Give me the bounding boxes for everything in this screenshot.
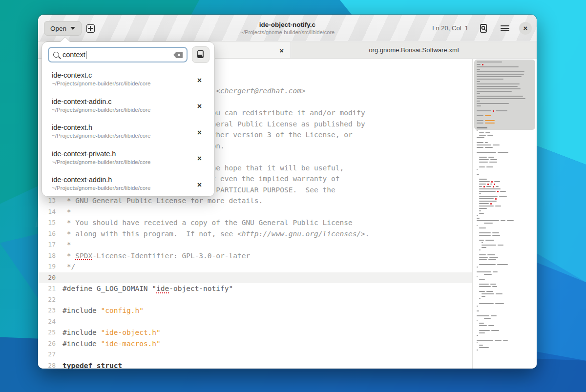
minimap-line: [479, 191, 496, 192]
minimap-line: [486, 166, 493, 167]
search-result-item[interactable]: ide-context-addin.c~/Projects/gnome-buil…: [42, 94, 214, 120]
window-title: ide-object-notify.c: [259, 21, 315, 28]
minimap-line: [484, 318, 491, 319]
code-line: 19 */: [38, 261, 472, 272]
new-tab-plus-icon: [86, 24, 95, 33]
minimap-line: [479, 198, 494, 199]
result-file-name: ide-context.c: [52, 71, 193, 79]
minimap-line: [479, 135, 486, 136]
result-remove-icon[interactable]: ×: [197, 103, 202, 110]
minimap-line: [477, 88, 521, 89]
code-line: 15 * You should have received a copy of …: [38, 217, 472, 228]
line-number: 16: [38, 228, 56, 240]
minimap-line: [477, 340, 493, 341]
minimap-line: [477, 127, 487, 128]
minimap-line: [477, 271, 491, 272]
minimap-line: [477, 144, 491, 145]
code-text: *: [56, 206, 71, 218]
hamburger-icon: [501, 25, 509, 31]
minimap-line: [477, 220, 499, 221]
result-file-path: ~/Projects/gnome-builder/src/libide/core: [52, 133, 193, 139]
line-number: 15: [38, 217, 56, 228]
minimap-line: [485, 120, 495, 121]
code-text: #include "config.h": [56, 305, 144, 316]
search-result-item[interactable]: ide-context-addin.h~/Projects/gnome-buil…: [42, 172, 214, 198]
code-text: [56, 349, 63, 360]
code-line: 18 * SPDX-License-Identifier: GPL-3.0-or…: [38, 250, 472, 262]
line-number: 28: [38, 360, 56, 369]
file-search-input[interactable]: context: [48, 47, 188, 62]
minimap-line: [479, 325, 487, 326]
minimap-line: [477, 137, 484, 138]
open-button[interactable]: Open: [44, 21, 82, 36]
backspace-icon: [173, 52, 183, 58]
tab-close-icon[interactable]: ×: [279, 46, 284, 54]
search-result-item[interactable]: ide-context.h~/Projects/gnome-builder/sr…: [42, 120, 214, 146]
minimap-line: [477, 130, 478, 131]
close-icon: ×: [523, 24, 528, 32]
search-icon: [53, 52, 59, 58]
minimap-line: [479, 303, 494, 304]
line-number: 18: [38, 250, 56, 262]
window-close-button[interactable]: ×: [519, 22, 532, 35]
minimap-line: [479, 186, 482, 187]
menu-button[interactable]: [498, 21, 512, 36]
minimap-line: [479, 232, 491, 233]
minimap-line: [479, 227, 486, 228]
code-text: [56, 316, 63, 328]
minimap-line: [497, 191, 499, 192]
code-text: #include "ide-macros.h": [56, 338, 161, 350]
document-search-button[interactable]: [476, 21, 491, 36]
code-text: * along with this program. If not, see <…: [56, 228, 370, 240]
result-remove-icon[interactable]: ×: [197, 155, 202, 163]
minimap-line: [491, 181, 493, 183]
minimap-line: [479, 208, 487, 209]
result-file-name: ide-context-addin.c: [52, 98, 193, 105]
search-result-item[interactable]: ide-context.c~/Projects/gnome-builder/sr…: [42, 67, 214, 94]
minimap-line: [477, 310, 479, 311]
minimap-line: [477, 350, 478, 351]
line-number: 25: [38, 327, 56, 338]
minimap-line: [479, 240, 484, 241]
line-number: 19: [38, 261, 56, 272]
result-remove-icon[interactable]: ×: [197, 181, 202, 189]
minimap-line: [491, 315, 497, 316]
clear-entry-button[interactable]: [173, 52, 183, 58]
minimap-line: [479, 184, 486, 185]
minimap-line: [477, 110, 491, 111]
minimap-line: [496, 110, 507, 111]
search-input-value: context: [63, 51, 170, 59]
new-tab-button[interactable]: [84, 22, 97, 35]
result-file-path: ~/Projects/gnome-builder/src/libide/core: [52, 185, 193, 191]
minimap-line: [479, 201, 497, 202]
tab-bonsai-software-xml[interactable]: org.gnome.Bonsai.Software.xml: [291, 42, 537, 58]
minimap-viewport-indicator[interactable]: [474, 60, 535, 130]
result-file-name: ide-context-addin.h: [52, 176, 193, 184]
minimap-line: [477, 96, 523, 97]
minimap-line: [479, 159, 489, 160]
minimap-line: [485, 115, 491, 116]
minimap-line: [495, 340, 502, 341]
code-line: 27: [38, 349, 472, 360]
minimap-line: [482, 64, 483, 65]
minimap-line: [485, 132, 490, 133]
minimap-line: [479, 330, 490, 331]
code-line: 14 *: [38, 206, 472, 218]
minimap[interactable]: [472, 59, 537, 369]
minimap-line: [477, 120, 483, 121]
result-remove-icon[interactable]: ×: [197, 77, 202, 84]
minimap-line: [486, 186, 491, 187]
minimap-line: [477, 79, 503, 80]
text-caret: [86, 51, 87, 59]
minimap-line: [479, 345, 483, 346]
result-remove-icon[interactable]: ×: [197, 129, 202, 137]
open-file-browser-button[interactable]: [192, 46, 209, 63]
minimap-line: [477, 276, 478, 277]
minimap-line: [479, 157, 487, 158]
minimap-line: [479, 213, 484, 214]
search-result-item[interactable]: ide-context-private.h~/Projects/gnome-bu…: [42, 146, 214, 172]
minimap-line: [479, 279, 485, 280]
minimap-line: [479, 347, 489, 348]
code-line: 23#include "config.h": [38, 305, 472, 316]
code-text: */: [56, 261, 75, 272]
